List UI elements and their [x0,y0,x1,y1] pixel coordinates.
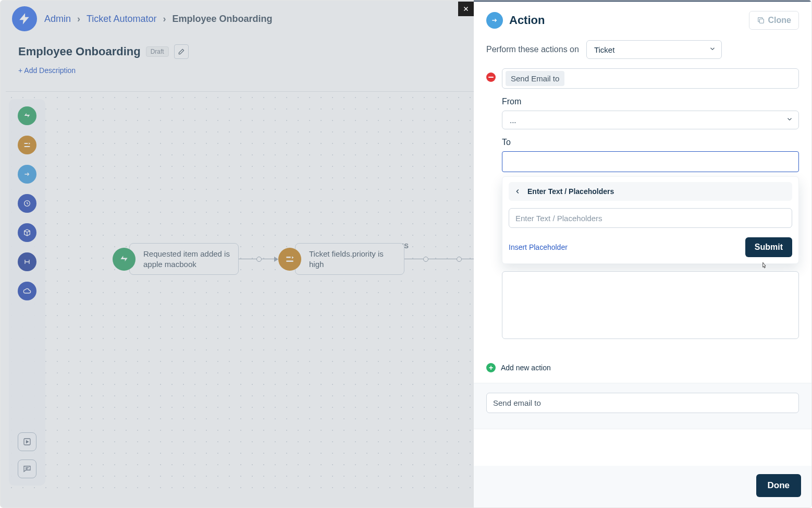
clone-button[interactable]: Clone [749,11,799,30]
action-type-chip: Send Email to [506,71,564,86]
add-action-label: Add new action [501,364,551,372]
plus-icon: + [486,363,496,372]
perform-target-select[interactable]: Ticket [586,40,722,59]
node-palette-rail [9,99,45,486]
condition-node-icon [278,248,301,271]
placeholder-input[interactable] [509,208,792,228]
app-logo-icon [12,6,37,31]
breadcrumb-current: Employee Onboarding [172,14,272,25]
action-config-block: Send Email to From ... To Enter Text / P… [486,68,799,339]
palette-cloud-icon[interactable] [18,282,36,300]
action-type-field[interactable]: Send Email to [502,68,799,89]
close-panel-button[interactable] [458,2,474,16]
event-node-icon [113,248,136,271]
breadcrumb-admin[interactable]: Admin [44,14,71,25]
perform-value: Ticket [594,45,614,54]
event-node[interactable]: Requested item added is apple macbook [113,243,239,275]
palette-timer-icon[interactable] [18,194,36,213]
copy-icon [757,16,765,25]
status-badge: Draft [146,46,169,57]
breadcrumb-automator[interactable]: Ticket Automator [87,14,156,25]
condition-node[interactable]: Ticket fields.priority is high [278,243,404,275]
from-label: From [502,97,799,106]
to-label: To [502,138,799,147]
svg-rect-2 [759,19,764,23]
edit-title-button[interactable] [174,44,189,59]
action-icon [486,12,503,29]
action-side-panel: Action Clone Perform these actions on Ti… [474,1,811,507]
from-select[interactable]: ... [502,111,799,129]
breadcrumb: Admin › Ticket Automator › Employee Onbo… [44,14,272,25]
panel-title-text: Action [509,14,545,27]
message-body-area[interactable] [502,271,799,339]
palette-event-icon[interactable] [18,106,36,125]
done-button[interactable]: Done [756,474,802,497]
workflow-flow: Requested item added is apple macbook Ti… [113,243,531,275]
cursor-pointer-icon [759,261,769,271]
palette-flow-icon[interactable] [18,252,36,271]
palette-action-icon[interactable] [18,165,36,184]
placeholders-dropdown: Enter Text / Placeholders Insert Placeho… [502,176,799,264]
to-input[interactable] [502,151,799,172]
palette-cube-icon[interactable] [18,223,36,242]
condition-node-label: Ticket fields.priority is high [295,243,404,275]
remove-action-icon[interactable] [486,72,496,82]
connector [239,257,278,262]
event-node-label: Requested item added is apple macbook [129,243,239,275]
page-title: Employee Onboarding [18,45,141,58]
action-summary-section: Send email to [474,383,811,429]
from-value: ... [510,116,516,125]
clone-label: Clone [768,16,791,25]
chevron-left-icon [514,188,521,195]
panel-header: Action Clone [474,2,811,35]
chevron-down-icon [786,116,793,125]
perform-row: Perform these actions on Ticket [474,35,811,64]
insert-placeholder-link[interactable]: Insert Placeholder [509,243,568,251]
dropdown-title: Enter Text / Placeholders [527,187,614,196]
perform-label: Perform these actions on [486,45,579,54]
connector [404,257,485,262]
palette-chat-icon[interactable] [18,459,36,478]
chevron-down-icon [709,45,716,54]
add-action-row[interactable]: + Add new action [474,356,811,383]
dropdown-back-button[interactable]: Enter Text / Placeholders [509,182,792,201]
action-summary-input[interactable]: Send email to [486,393,799,413]
chevron-right-icon: › [77,14,80,25]
palette-play-icon[interactable] [18,432,36,451]
panel-footer: Done [474,466,811,507]
submit-button[interactable]: Submit [745,237,792,257]
chevron-right-icon: › [163,14,166,25]
palette-condition-icon[interactable] [18,136,36,154]
